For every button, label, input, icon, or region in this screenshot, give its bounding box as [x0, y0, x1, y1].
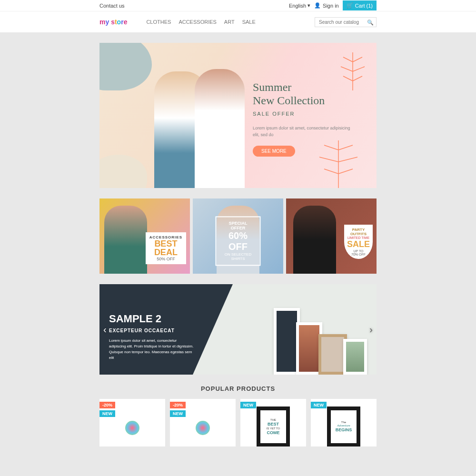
signin-link[interactable]: 👤Sign in — [314, 2, 339, 9]
promo-row: ACCESSORIES BESTDEAL 50% OFF SPECIAL OFF… — [99, 198, 377, 274]
promo-limited: LIMITED TIME — [347, 236, 370, 239]
hero-banner[interactable]: SummerNew Collection SALE OFFER Lorem ip… — [99, 43, 377, 188]
carousel-title: SAMPLE 2 — [109, 313, 195, 325]
main-nav: CLOTHES ACCESSORIES ART SALE — [146, 19, 255, 25]
carousel-next-icon[interactable]: › — [369, 324, 373, 335]
promo-sub: ON SELECTED SHIRTS — [222, 252, 254, 261]
decorative-blob — [99, 155, 147, 188]
new-badge: NEW — [311, 402, 327, 408]
search-icon[interactable]: 🔍 — [367, 20, 374, 26]
new-badge: NEW — [99, 410, 115, 417]
contact-link[interactable]: Contact us — [99, 3, 125, 9]
frame-image — [318, 334, 347, 375]
carousel-prev-icon[interactable]: ‹ — [103, 324, 107, 335]
nav-sale[interactable]: SALE — [242, 19, 256, 25]
search-box: 🔍 — [315, 17, 377, 27]
carousel-banner: ‹ › SAMPLE 2 EXCEPTEUR OCCAECAT Lorem ip… — [99, 284, 377, 375]
new-badge: NEW — [240, 402, 256, 408]
logo[interactable]: my store — [99, 18, 127, 26]
product-card[interactable]: -20% NEW — [99, 399, 165, 446]
carousel-description: Lorem ipsum dolor sit amet, consectetur … — [109, 338, 195, 361]
promo-deal: BESTDEAL — [149, 239, 182, 257]
cart-button[interactable]: 🛒Cart (1) — [343, 0, 377, 10]
nav-art[interactable]: ART — [224, 19, 235, 25]
discount-badge: -20% — [99, 402, 115, 408]
user-icon: 👤 — [314, 2, 321, 9]
topbar: Contact us English▾ 👤Sign in 🛒Cart (1) — [0, 0, 476, 11]
promo-percent: 60% OFF — [222, 230, 254, 252]
hero-title: SummerNew Collection — [253, 81, 357, 107]
new-badge: NEW — [170, 410, 186, 417]
decorative-blob — [99, 43, 152, 90]
product-card[interactable]: -20% NEW — [170, 399, 236, 446]
product-grid: -20% NEW -20% NEW NEW THEBESTIS YET TOCO… — [99, 399, 377, 446]
see-more-button[interactable]: SEE MORE — [253, 146, 295, 157]
product-card[interactable]: NEW TheAdventureBEGINS — [311, 399, 377, 446]
frame-image — [343, 339, 367, 375]
header: my store CLOTHES ACCESSORIES ART SALE 🔍 — [0, 11, 476, 32]
cart-icon: 🛒 — [347, 2, 353, 9]
promo-party[interactable]: PARTYOUTFITS LIMITED TIME SALE UP TO70% … — [286, 198, 377, 274]
hero-subtitle: SALE OFFER — [253, 111, 357, 117]
promo-sale: SALE — [347, 239, 370, 249]
nav-clothes[interactable]: CLOTHES — [146, 19, 171, 25]
carousel-frames — [274, 308, 367, 375]
discount-badge: -20% — [170, 402, 186, 408]
promo-percent: 50% OFF — [149, 257, 182, 261]
product-image: THEBESTIS YET TOCOME — [257, 407, 290, 446]
promo-image — [104, 206, 147, 274]
product-image — [186, 407, 219, 446]
hero-description: Lorem ipsum dolor sit amet, consectetur … — [253, 125, 357, 138]
chevron-down-icon: ▾ — [307, 2, 310, 9]
promo-label: SPECIAL OFFER — [222, 221, 254, 230]
language-selector[interactable]: English▾ — [289, 2, 310, 9]
product-image: TheAdventureBEGINS — [327, 407, 360, 446]
promo-image — [293, 206, 336, 274]
promo-upto: UP TO70% OFF — [347, 249, 370, 256]
popular-products-title: POPULAR PRODUCTS — [201, 385, 275, 392]
carousel-subtitle: EXCEPTEUR OCCAECAT — [109, 328, 195, 333]
product-card[interactable]: NEW THEBESTIS YET TOCOME — [240, 399, 306, 446]
promo-shirts[interactable]: SPECIAL OFFER 60% OFF ON SELECTED SHIRTS — [193, 198, 283, 274]
nav-accessories[interactable]: ACCESSORIES — [178, 19, 216, 25]
promo-label: PARTYOUTFITS — [347, 228, 370, 236]
product-image — [116, 407, 149, 446]
hero-image-person — [195, 69, 245, 188]
promo-accessories[interactable]: ACCESSORIES BESTDEAL 50% OFF — [99, 198, 190, 274]
